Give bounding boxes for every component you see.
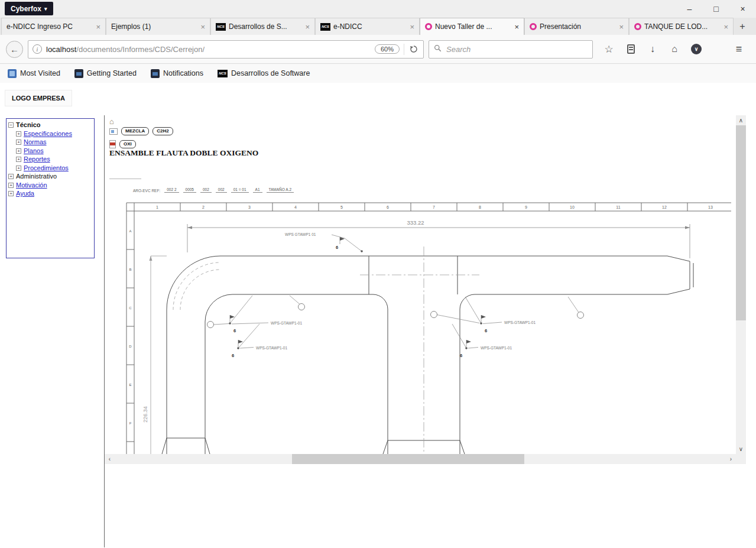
- expand-icon[interactable]: +: [16, 148, 21, 154]
- svg-text:6: 6: [336, 245, 338, 250]
- home-icon[interactable]: ⌂: [668, 43, 681, 56]
- tree-node-normas[interactable]: + Normas: [8, 138, 92, 147]
- tab-close-icon[interactable]: ×: [96, 23, 100, 31]
- tab-close-icon[interactable]: ×: [305, 23, 310, 31]
- site-info-icon[interactable]: i: [33, 44, 42, 54]
- tree-node-especificaciones[interactable]: + Especificaciones: [8, 130, 92, 138]
- svg-text:B: B: [129, 268, 131, 271]
- back-button[interactable]: ←: [6, 41, 23, 58]
- expand-icon[interactable]: +: [16, 131, 21, 137]
- scroll-right-icon[interactable]: ›: [726, 454, 736, 464]
- expand-icon[interactable]: +: [16, 140, 21, 145]
- tab-close-icon[interactable]: ×: [619, 23, 624, 31]
- url-path: /documentos/Informes/CDS/Cerrejon/: [76, 45, 205, 54]
- tree-node-administrativo[interactable]: + Administrativo: [8, 173, 92, 181]
- callout-leaders: [214, 235, 579, 348]
- image-icon: [109, 128, 118, 135]
- getting-started-icon: [74, 69, 83, 78]
- expand-icon[interactable]: +: [8, 191, 14, 196]
- maximize-button[interactable]: □: [703, 0, 729, 17]
- window-controls: – □ ×: [676, 0, 756, 17]
- horizontal-scrollbar[interactable]: ‹ ›: [105, 454, 736, 464]
- svg-text:4: 4: [294, 205, 297, 209]
- svg-text:D: D: [129, 345, 132, 348]
- url-text: localhost/documentos/Informes/CDS/Cerrej…: [46, 45, 205, 54]
- expand-icon[interactable]: +: [16, 166, 21, 171]
- navigation-toolbar: ← i localhost/documentos/Informes/CDS/Ce…: [0, 35, 756, 64]
- scrollbar-track[interactable]: [115, 454, 726, 464]
- revision-strip: ARO-EVC REF: 002 2 0005 002 002 01 = 01 …: [133, 187, 294, 193]
- reload-icon[interactable]: [408, 44, 419, 54]
- expand-icon[interactable]: +: [16, 157, 21, 162]
- sheet-border: [126, 203, 731, 454]
- tree-node-procedimientos[interactable]: + Procedimientos: [8, 164, 92, 173]
- hamburger-menu-icon[interactable]: ≡: [732, 43, 745, 56]
- search-input[interactable]: [445, 44, 588, 54]
- bookmark-label: Notifications: [163, 69, 203, 77]
- site-favicon-icon: [634, 23, 641, 30]
- svg-text:3: 3: [248, 205, 251, 209]
- url-bar[interactable]: i localhost/documentos/Informes/CDS/Cerr…: [28, 40, 424, 59]
- minimize-button[interactable]: –: [676, 0, 703, 17]
- title-bar: Cyberfox ▾ – □ ×: [0, 0, 756, 18]
- tab-endicc[interactable]: NCS e-NDICC ×: [315, 18, 420, 35]
- svg-text:A: A: [129, 229, 131, 233]
- ncs-favicon-icon: NCS: [320, 23, 330, 31]
- gas-links-row: MEZCLA C2H2: [109, 127, 173, 135]
- mezcla-link[interactable]: MEZCLA: [121, 127, 149, 135]
- bookmarks-panel-icon[interactable]: [624, 43, 637, 56]
- expand-icon[interactable]: +: [8, 174, 14, 179]
- centerlines: [173, 247, 479, 454]
- tab-nuevo-taller-active[interactable]: Nuevo Taller de ... ×: [420, 18, 524, 35]
- downloads-icon[interactable]: ↓: [646, 43, 659, 56]
- home-link-icon[interactable]: ⌂: [109, 117, 114, 126]
- tree-node-tecnico[interactable]: − Técnico: [8, 121, 92, 129]
- cyberfox-menu-button[interactable]: Cyberfox ▾: [5, 2, 53, 15]
- tree-node-reportes[interactable]: + Reportes: [8, 155, 92, 164]
- vertical-scrollbar[interactable]: ∧ ∨: [736, 115, 746, 454]
- collapse-icon[interactable]: −: [8, 122, 14, 128]
- pocket-icon[interactable]: ∨: [690, 43, 703, 56]
- bookmark-getting-started[interactable]: Getting Started: [74, 69, 137, 78]
- scroll-left-icon[interactable]: ‹: [105, 454, 115, 464]
- bookmark-star-icon[interactable]: ☆: [602, 43, 615, 56]
- new-tab-button[interactable]: +: [734, 18, 751, 35]
- weld-sizes: 6 6 6 6 6: [232, 245, 487, 358]
- tab-endicc-ingreso[interactable]: e-NDICC Ingreso PC ×: [1, 18, 106, 35]
- scroll-down-icon[interactable]: ∨: [736, 444, 746, 454]
- drawing-title: ENSAMBLE FLAUTA DOBLE OXIGENO: [109, 148, 258, 158]
- oxi-link[interactable]: OXI: [119, 140, 136, 148]
- scrollbar-thumb[interactable]: [736, 125, 746, 320]
- search-bar[interactable]: [429, 40, 593, 59]
- tree-node-motivacion[interactable]: + Motivación: [8, 181, 92, 190]
- tab-presentacion[interactable]: Presentación ×: [524, 18, 629, 35]
- pdf-icon[interactable]: [109, 140, 116, 148]
- expand-icon[interactable]: +: [8, 183, 14, 188]
- tab-ejemplos[interactable]: Ejemplos (1) ×: [106, 18, 210, 35]
- svg-text:226.34: 226.34: [142, 406, 148, 423]
- scrollbar-thumb[interactable]: [292, 454, 524, 464]
- tab-close-icon[interactable]: ×: [410, 23, 414, 31]
- c2h2-link[interactable]: C2H2: [153, 127, 173, 135]
- scroll-up-icon[interactable]: ∧: [736, 115, 746, 125]
- tab-close-icon[interactable]: ×: [200, 23, 205, 31]
- bookmark-label: Getting Started: [87, 69, 137, 77]
- bookmark-ncs-desarrollos[interactable]: NCS Desarrollos de Software: [218, 69, 310, 77]
- tree-node-ayuda[interactable]: + Ayuda: [8, 190, 92, 198]
- tab-desarrollos[interactable]: NCS Desarrollos de S... ×: [210, 18, 315, 35]
- tab-tanque[interactable]: TANQUE DE LOD... ×: [629, 18, 734, 35]
- technical-drawing: 1 2 3 4 5 6 7 8 9 10 11 12 13: [125, 202, 731, 454]
- svg-text:WPS-GTAWP1-01: WPS-GTAWP1-01: [256, 346, 287, 350]
- svg-text:6: 6: [233, 328, 236, 333]
- tab-close-icon[interactable]: ×: [723, 23, 728, 31]
- tree-node-planos[interactable]: + Planos: [8, 147, 92, 155]
- ncs-favicon-icon: NCS: [216, 23, 226, 31]
- bookmark-most-visited[interactable]: Most Visited: [8, 69, 60, 78]
- zoom-level-button[interactable]: 60%: [375, 44, 400, 54]
- close-button[interactable]: ×: [729, 0, 756, 17]
- svg-text:9: 9: [525, 205, 527, 209]
- notifications-icon: [151, 69, 160, 78]
- bookmark-notifications[interactable]: Notifications: [151, 69, 203, 78]
- ruler-numbers: 1 2 3 4 5 6 7 8 9 10 11 12 13: [156, 205, 713, 209]
- tab-close-icon[interactable]: ×: [514, 23, 519, 31]
